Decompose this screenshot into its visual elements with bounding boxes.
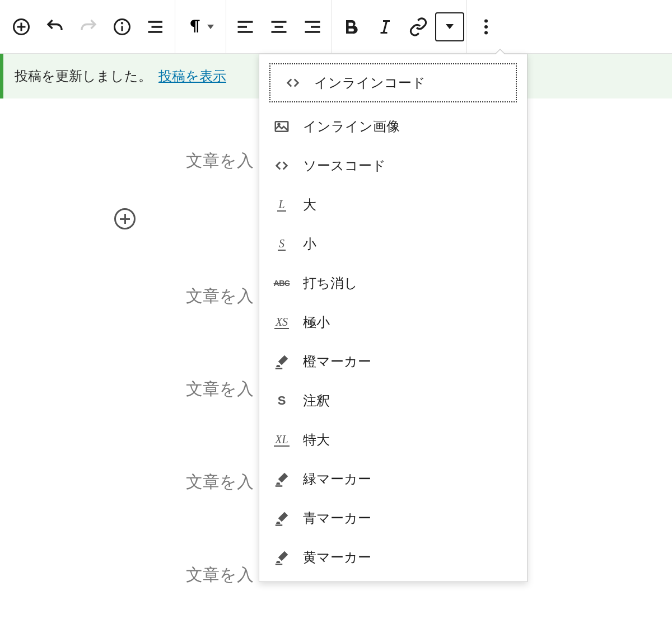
size-l-icon: L — [273, 196, 291, 214]
toolbar-separator — [175, 0, 175, 54]
toolbar-separator — [226, 0, 226, 54]
menu-item-label: 小 — [303, 235, 316, 253]
format-menu-item[interactable]: XS極小 — [259, 303, 527, 342]
strikethrough-icon: ABC — [273, 274, 291, 292]
toolbar-group-align — [228, 0, 329, 53]
menu-item-label: 青マーカー — [303, 509, 371, 527]
marker-icon — [273, 470, 291, 488]
menu-item-label: 緑マーカー — [303, 470, 371, 488]
menu-item-label: 橙マーカー — [303, 353, 371, 370]
italic-button[interactable] — [368, 10, 402, 44]
format-menu-item[interactable]: 黄マーカー — [259, 538, 527, 577]
link-button[interactable] — [402, 10, 435, 44]
caret-down-icon — [446, 24, 454, 29]
format-menu-item[interactable]: 橙マーカー — [259, 342, 527, 381]
format-menu-item[interactable]: 緑マーカー — [259, 459, 527, 499]
marker-icon — [273, 509, 291, 527]
view-post-link[interactable]: 投稿を表示 — [158, 67, 226, 85]
editor-toolbar — [0, 0, 672, 54]
menu-item-label: 黄マーカー — [303, 548, 371, 566]
toolbar-separator — [466, 0, 467, 54]
size-xs-icon: XS — [273, 313, 291, 331]
menu-item-label: 極小 — [303, 313, 330, 331]
more-formatting-button[interactable] — [435, 12, 464, 41]
annotation-icon: S — [273, 392, 291, 410]
code-icon — [273, 157, 291, 175]
more-options-button[interactable] — [469, 10, 503, 44]
toolbar-separator — [332, 0, 332, 54]
formatting-dropdown: インラインコードインライン画像ソースコードL大S小ABC打ち消しXS極小橙マーカ… — [259, 54, 528, 582]
add-block-button[interactable] — [4, 10, 38, 44]
format-menu-item[interactable]: ソースコード — [259, 146, 527, 185]
align-right-button[interactable] — [296, 10, 329, 44]
format-menu-item[interactable]: 青マーカー — [259, 499, 527, 538]
redo-button[interactable] — [72, 10, 105, 44]
insert-block-button[interactable] — [114, 208, 136, 229]
menu-item-label: 特大 — [303, 431, 330, 449]
block-type-button[interactable] — [178, 10, 223, 44]
undo-button[interactable] — [38, 10, 72, 44]
format-menu-item[interactable]: インライン画像 — [259, 107, 527, 146]
menu-item-label: 打ち消し — [303, 274, 358, 292]
align-left-button[interactable] — [228, 10, 262, 44]
svg-point-20 — [484, 31, 488, 34]
outline-button[interactable] — [139, 10, 172, 44]
notice-message: 投稿を更新しました。 — [15, 67, 152, 85]
caret-down-icon — [207, 25, 214, 29]
format-menu-item[interactable]: S小 — [259, 224, 527, 264]
format-menu-item[interactable]: XL特大 — [259, 420, 527, 459]
svg-point-18 — [484, 19, 488, 22]
toolbar-group-format — [334, 0, 464, 53]
menu-item-label: ソースコード — [303, 157, 386, 175]
marker-icon — [273, 548, 291, 566]
format-menu-item[interactable]: インラインコード — [269, 63, 517, 102]
format-menu-item[interactable]: S注釈 — [259, 381, 527, 420]
image-icon — [273, 118, 291, 135]
align-center-button[interactable] — [262, 10, 296, 44]
svg-point-22 — [278, 124, 280, 125]
svg-point-5 — [122, 22, 123, 24]
menu-item-label: 注釈 — [303, 392, 330, 410]
code-icon — [284, 74, 302, 92]
menu-item-label: インラインコード — [314, 74, 426, 92]
info-button[interactable] — [105, 10, 139, 44]
size-xl-icon: XL — [273, 431, 291, 449]
toolbar-group-main — [4, 0, 172, 53]
size-s-icon: S — [273, 235, 291, 253]
format-menu-item[interactable]: L大 — [259, 185, 527, 224]
menu-item-label: インライン画像 — [303, 118, 400, 135]
bold-button[interactable] — [334, 10, 368, 44]
svg-point-19 — [484, 25, 488, 29]
marker-icon — [273, 353, 291, 370]
format-menu-item[interactable]: ABC打ち消し — [259, 264, 527, 303]
menu-item-label: 大 — [303, 196, 316, 214]
